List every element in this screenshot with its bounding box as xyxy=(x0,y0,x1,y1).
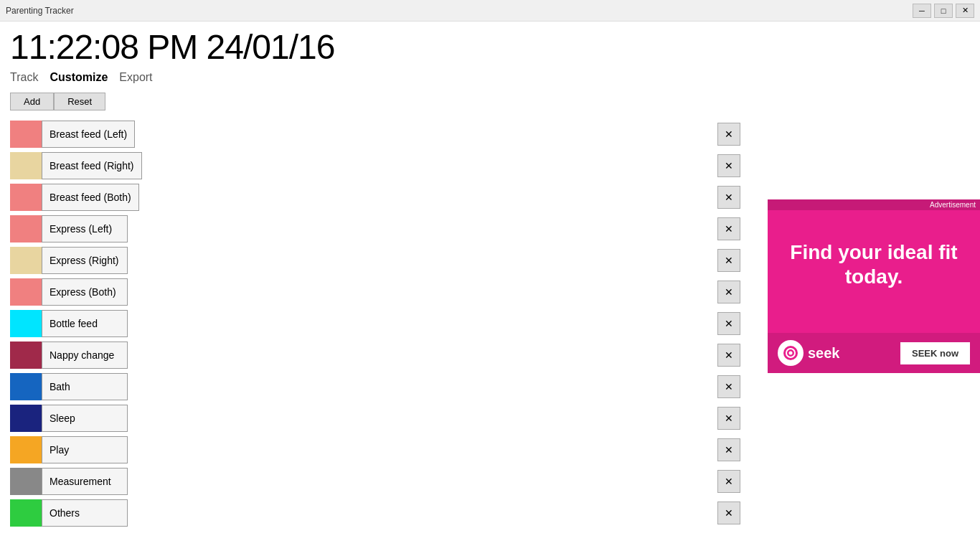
close-button[interactable]: ✕ xyxy=(956,4,974,18)
activity-label-btn-8[interactable]: Bath xyxy=(42,373,128,400)
activity-delete-btn-1[interactable]: ✕ xyxy=(717,154,740,177)
nav-bar: Track Customize Export xyxy=(10,70,970,85)
activity-label-btn-1[interactable]: Breast feed (Right) xyxy=(42,152,142,179)
toolbar: Add Reset xyxy=(10,93,970,110)
activity-row: Breast feed (Right)✕ xyxy=(10,152,970,179)
activity-row: Measurement✕ xyxy=(10,468,970,495)
nav-customize[interactable]: Customize xyxy=(50,70,108,85)
activity-delete-btn-0[interactable]: ✕ xyxy=(717,123,740,146)
activity-label-btn-4[interactable]: Express (Right) xyxy=(42,247,128,274)
seek-logo-text: seek xyxy=(808,345,840,362)
activity-color-10 xyxy=(10,436,42,463)
activity-label-btn-5[interactable]: Express (Both) xyxy=(42,278,128,306)
seek-cta-button[interactable]: SEEK now xyxy=(900,342,970,364)
activity-row: Others✕ xyxy=(10,499,970,527)
activity-label-btn-6[interactable]: Bottle feed xyxy=(42,310,128,337)
activity-label-btn-9[interactable]: Sleep xyxy=(42,405,128,432)
activity-color-1 xyxy=(10,152,42,179)
activity-delete-btn-8[interactable]: ✕ xyxy=(717,375,740,398)
activity-delete-btn-2[interactable]: ✕ xyxy=(717,186,740,209)
activity-color-3 xyxy=(10,215,42,242)
activity-color-2 xyxy=(10,184,42,211)
activity-color-6 xyxy=(10,310,42,337)
activity-delete-btn-11[interactable]: ✕ xyxy=(717,470,740,493)
advertisement-panel: Advertisement Find your ideal fit today.… xyxy=(768,199,980,373)
activity-delete-btn-9[interactable]: ✕ xyxy=(717,407,740,430)
activity-delete-btn-5[interactable]: ✕ xyxy=(717,281,740,303)
clock-time: 11:22:08 PM xyxy=(10,28,197,66)
activity-delete-btn-10[interactable]: ✕ xyxy=(717,438,740,461)
activity-label-btn-0[interactable]: Breast feed (Left) xyxy=(42,121,135,148)
activity-color-4 xyxy=(10,247,42,274)
activity-label-btn-10[interactable]: Play xyxy=(42,436,128,463)
clock-display: 11:22:08 PM 24/01/16 xyxy=(10,27,970,67)
activity-row: Bath✕ xyxy=(10,373,970,400)
activity-delete-btn-7[interactable]: ✕ xyxy=(717,344,740,367)
svg-point-2 xyxy=(789,352,793,355)
activity-color-5 xyxy=(10,278,42,306)
activity-delete-btn-3[interactable]: ✕ xyxy=(717,217,740,240)
activity-label-btn-3[interactable]: Express (Left) xyxy=(42,215,128,242)
activity-label-btn-7[interactable]: Nappy change xyxy=(42,342,128,369)
ad-headline: Find your ideal fit today. xyxy=(782,240,966,288)
activity-color-12 xyxy=(10,499,42,527)
activity-delete-btn-6[interactable]: ✕ xyxy=(717,312,740,335)
maximize-button[interactable]: □ xyxy=(934,4,953,18)
titlebar: Parenting Tracker ─ □ ✕ xyxy=(0,0,980,22)
ad-content: Find your ideal fit today. xyxy=(768,210,980,333)
app-title: Parenting Tracker xyxy=(6,6,74,16)
minimize-button[interactable]: ─ xyxy=(913,4,931,18)
activity-color-7 xyxy=(10,342,42,369)
activity-row: Play✕ xyxy=(10,436,970,463)
activity-delete-btn-12[interactable]: ✕ xyxy=(717,501,740,524)
activity-row: Sleep✕ xyxy=(10,405,970,432)
activity-label-btn-11[interactable]: Measurement xyxy=(42,468,128,495)
reset-button[interactable]: Reset xyxy=(54,93,105,110)
seek-logo-icon xyxy=(778,340,804,366)
seek-logo: seek xyxy=(778,340,840,366)
activity-row: Breast feed (Left)✕ xyxy=(10,121,970,148)
activity-color-0 xyxy=(10,121,42,148)
activity-delete-btn-4[interactable]: ✕ xyxy=(717,249,740,272)
nav-track[interactable]: Track xyxy=(10,70,38,85)
activity-color-9 xyxy=(10,405,42,432)
activity-color-11 xyxy=(10,468,42,495)
add-button[interactable]: Add xyxy=(10,93,54,110)
nav-export[interactable]: Export xyxy=(119,70,152,85)
window-controls: ─ □ ✕ xyxy=(913,4,974,18)
clock-date: 24/01/16 xyxy=(207,28,335,66)
activity-label-btn-12[interactable]: Others xyxy=(42,499,128,527)
activity-label-btn-2[interactable]: Breast feed (Both) xyxy=(42,184,139,211)
seek-icon xyxy=(783,345,798,361)
ad-label: Advertisement xyxy=(768,199,980,210)
ad-footer: seek SEEK now xyxy=(768,333,980,373)
activity-color-8 xyxy=(10,373,42,400)
